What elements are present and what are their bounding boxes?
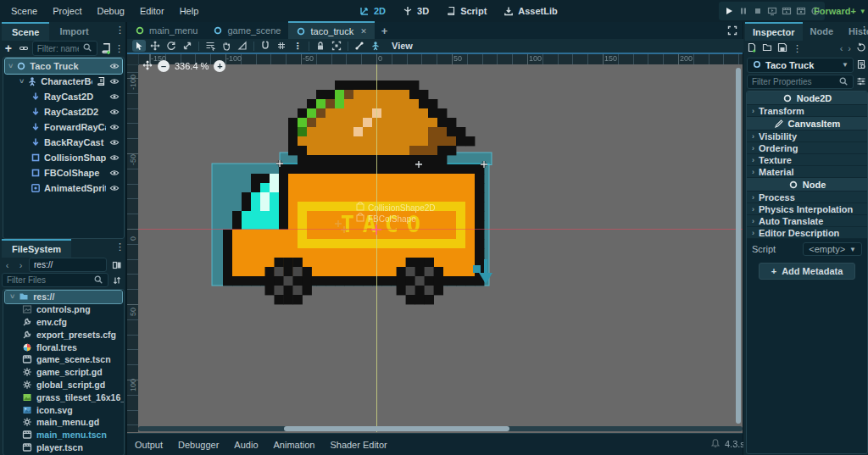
- eye-icon[interactable]: [109, 76, 120, 86]
- eye-icon[interactable]: [109, 153, 120, 163]
- inspector-group-auto-translate[interactable]: ›Auto Translate: [747, 215, 867, 227]
- instance-scene-button[interactable]: [17, 42, 31, 56]
- select-tool-button[interactable]: [132, 40, 146, 52]
- inspector-group-texture[interactable]: ›Texture: [747, 154, 867, 166]
- scene-filter-input[interactable]: [32, 41, 97, 56]
- scene-tree-row[interactable]: ˅CharacterBody2D: [5, 74, 122, 89]
- play-custom-scene-button[interactable]: [794, 5, 807, 18]
- collapse-icon[interactable]: ˅: [8, 62, 13, 70]
- file-row[interactable]: game_scene.tscn: [5, 353, 122, 366]
- bone-tool-button[interactable]: [353, 40, 366, 52]
- file-row[interactable]: icon.svg: [5, 403, 122, 416]
- scene-dock-menu-icon[interactable]: ⋮: [115, 25, 125, 36]
- inspector-group-transform[interactable]: ›Transform: [747, 105, 867, 117]
- workspace-assetlib[interactable]: AssetLib: [495, 0, 565, 22]
- attach-script-button[interactable]: [99, 42, 113, 56]
- save-resource-icon[interactable]: [777, 42, 787, 54]
- bottom-panel-shader-editor[interactable]: Shader Editor: [322, 435, 394, 455]
- inspector-group-process[interactable]: ›Process: [747, 191, 867, 203]
- fs-forward-button[interactable]: ›: [15, 260, 26, 270]
- open-docs-icon[interactable]: [856, 59, 866, 71]
- file-row[interactable]: main_menu.gd: [5, 416, 122, 429]
- file-row[interactable]: main_menu.tscn: [5, 429, 122, 441]
- file-row[interactable]: floral.tres: [5, 341, 122, 353]
- scene-tree-row[interactable]: CollisionShape2D: [5, 150, 122, 165]
- ruler-tool-button[interactable]: [236, 40, 249, 52]
- load-resource-icon[interactable]: [762, 42, 772, 54]
- viewport-canvas[interactable]: [138, 64, 743, 432]
- history-back-icon[interactable]: ‹: [840, 43, 843, 53]
- notifications-bell-icon[interactable]: [710, 438, 721, 450]
- eye-icon[interactable]: [109, 107, 120, 117]
- tab-filesystem[interactable]: FileSystem: [2, 239, 71, 258]
- menu-editor[interactable]: Editor: [132, 0, 172, 22]
- file-row[interactable]: player.tscn: [5, 441, 122, 454]
- file-row[interactable]: grass_tileset_16x16_previe...: [5, 391, 122, 403]
- expand-icon[interactable]: [727, 25, 737, 36]
- eye-icon[interactable]: [109, 168, 120, 178]
- eye-icon[interactable]: [109, 137, 120, 147]
- fs-split-view-icon[interactable]: [109, 258, 124, 272]
- menu-project[interactable]: Project: [45, 0, 89, 22]
- node-selector[interactable]: Taco Truck ▼: [747, 58, 854, 73]
- fs-filter-input[interactable]: [2, 273, 108, 287]
- search-icon[interactable]: [82, 42, 92, 53]
- bell-icon[interactable]: [710, 438, 721, 448]
- history-icon[interactable]: [856, 42, 866, 53]
- distraction-free-icon[interactable]: [727, 25, 737, 37]
- history-icon[interactable]: [856, 42, 866, 54]
- move-tool-button[interactable]: [148, 40, 162, 52]
- script-value-dropdown[interactable]: <empty>▼: [803, 242, 862, 256]
- zoom-out-button[interactable]: –: [158, 60, 170, 72]
- folder2-icon[interactable]: [762, 42, 772, 53]
- sliders-icon[interactable]: [856, 76, 866, 86]
- file-row[interactable]: global_script.gd: [5, 379, 122, 391]
- fs-back-button[interactable]: ‹: [2, 260, 13, 270]
- scene-tree-menu-icon[interactable]: ⋮: [114, 42, 124, 56]
- remote-debug-button[interactable]: [765, 5, 778, 18]
- nodering-icon[interactable]: [752, 59, 762, 69]
- lock-tool-button[interactable]: [314, 40, 327, 52]
- resource-menu-icon[interactable]: ⋮: [793, 43, 802, 54]
- play-scene-button[interactable]: [780, 5, 793, 18]
- search-icon[interactable]: [93, 275, 103, 285]
- history-forward-icon[interactable]: ›: [848, 43, 851, 53]
- inspector-group-material[interactable]: ›Material: [747, 166, 867, 178]
- inspector-group-editor-description[interactable]: ›Editor Description: [747, 227, 867, 239]
- sort-icon[interactable]: [112, 275, 122, 286]
- bottom-panel-output[interactable]: Output: [127, 435, 170, 455]
- bottom-panel-audio[interactable]: Audio: [226, 435, 265, 455]
- menu-help[interactable]: Help: [172, 0, 207, 22]
- new-resource-icon[interactable]: [747, 42, 757, 54]
- file-row[interactable]: env.cfg: [5, 316, 122, 329]
- split-icon[interactable]: [112, 260, 122, 270]
- group-tool-button[interactable]: [330, 40, 343, 52]
- scene-tree-row[interactable]: AnimatedSprite2D: [5, 180, 122, 196]
- doc-icon[interactable]: [856, 59, 866, 69]
- add-metadata-button[interactable]: +Add Metadata: [759, 263, 856, 280]
- pagep-icon[interactable]: [747, 42, 757, 53]
- eye-icon[interactable]: [109, 122, 120, 132]
- grid-snap-tool-button[interactable]: [275, 40, 288, 52]
- tab-scene[interactable]: Scene: [2, 22, 49, 41]
- zoom-level[interactable]: 336.4 %: [175, 61, 209, 71]
- file-row[interactable]: controls.png: [5, 303, 122, 316]
- smart-snap-tool-button[interactable]: [259, 40, 272, 52]
- panview-icon[interactable]: [142, 60, 153, 70]
- tab-import[interactable]: Import: [49, 23, 98, 40]
- scriptadd-icon[interactable]: [100, 42, 112, 54]
- fs-path-input[interactable]: [29, 258, 107, 272]
- tab-inspector[interactable]: Inspector: [745, 22, 803, 41]
- file-row[interactable]: export_presets.cfg: [5, 328, 122, 341]
- pan-view-icon[interactable]: [142, 60, 153, 72]
- inspector-group-ordering[interactable]: ›Ordering: [747, 142, 867, 154]
- scale-tool-button[interactable]: [181, 40, 194, 52]
- renderer-select[interactable]: Forward+ ▼: [814, 0, 866, 22]
- fs-sort-icon[interactable]: [111, 274, 124, 287]
- bottom-panel-animation[interactable]: Animation: [266, 435, 323, 455]
- scene-tree-row[interactable]: RayCast2D2: [5, 104, 122, 119]
- workspace-script[interactable]: Script: [437, 0, 495, 22]
- scene-tree-row[interactable]: ForwardRayCast: [5, 119, 122, 135]
- inspector-group-physics-interpolation[interactable]: ›Physics Interpolation: [747, 203, 867, 215]
- bottom-panel-debugger[interactable]: Debugger: [170, 435, 226, 455]
